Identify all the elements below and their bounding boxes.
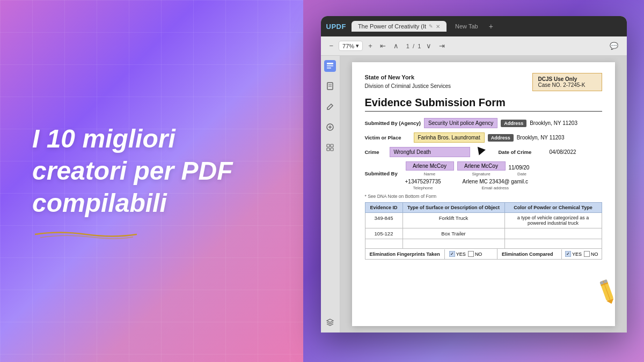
tab-inactive[interactable]: New Tab [449, 21, 485, 32]
agency-address-value: Brooklyn, NY 11203 [530, 120, 577, 126]
table-header-color: Color of Powder or Chemical Type [504, 203, 602, 213]
pdf-area[interactable]: State of New York Division of Criminal J… [340, 56, 627, 333]
dna-note: * See DNA Note on Bottom of Form [365, 194, 602, 199]
tab-edit-icon[interactable]: ✎ [429, 24, 433, 29]
zoom-dropdown-icon: ▾ [356, 42, 359, 49]
telephone-caption: Telephone [413, 186, 433, 190]
sidebar-icon-edit[interactable] [324, 101, 336, 113]
fp-compared-yes-checkbox[interactable]: ✓ YES [565, 251, 582, 257]
tab-close-icon[interactable]: ✕ [436, 24, 440, 29]
app-window: UPDF The Power of Creativity (It ✎ ✕ New… [321, 16, 627, 333]
fp-compared-yes-icon: ✓ [565, 251, 571, 257]
pencil-icon [589, 274, 624, 308]
svg-rect-10 [331, 144, 333, 147]
table-row: 349-845 Forklift Truck a type of vehicle… [365, 213, 602, 228]
evidence-id-1: 349-845 [365, 213, 402, 228]
fp-compared-label: Elimination Compared [497, 249, 562, 259]
submitter-date-block: 11/09/20 Date [509, 165, 536, 176]
fp-options: ✓ YES NO [445, 249, 497, 259]
table-header-id: Evidence ID [365, 203, 402, 213]
hero-line3: compilabili [32, 189, 167, 217]
hero-line1: I 10 migliori [32, 124, 175, 153]
svg-rect-9 [327, 144, 330, 147]
submitter-sig-block: Arlene McCoy Signature [457, 161, 506, 176]
page-total: 1 [418, 43, 421, 49]
table-row: 105-122 Box Trailer [365, 228, 602, 239]
state-name: State of New York [365, 73, 451, 82]
form-title: Evidence Submission Form [365, 97, 602, 112]
table-header-description: Type of Surface or Description of Object [402, 203, 504, 213]
date-of-crime-value: 04/08/2022 [550, 149, 576, 155]
sidebar-icon-thumbnail[interactable] [324, 142, 336, 153]
submitter-name-value[interactable]: Arlene McCoy [406, 161, 454, 171]
agency-row: Submitted By (Agency) Security Unit poli… [365, 118, 602, 128]
submitter-name-block: Arlene McCoy Name [406, 161, 454, 176]
fp-no-checkbox[interactable]: NO [468, 251, 482, 257]
fp-compared-no-label: NO [591, 252, 598, 257]
victim-value[interactable]: Farinha Bros. Laundromat [414, 132, 485, 143]
crime-label: Crime [365, 149, 386, 155]
tab-active[interactable]: The Power of Creativity (It ✎ ✕ [352, 21, 447, 32]
evidence-color-2 [504, 228, 602, 239]
title-bar: UPDF The Power of Creativity (It ✎ ✕ New… [321, 16, 627, 36]
evidence-table: Evidence ID Type of Surface or Descripti… [365, 202, 602, 249]
right-panel: UPDF The Power of Creativity (It ✎ ✕ New… [303, 0, 644, 362]
email-value: Arlene MC 23434@ gamil.c [463, 179, 528, 184]
zoom-value: 77% [342, 43, 354, 49]
agency-label: Submitted By (Agency) [365, 120, 421, 126]
sidebar-icon-page[interactable] [324, 80, 336, 92]
submitter-date-value: 11/09/20 [509, 165, 536, 171]
evidence-desc-2: Box Trailer [402, 228, 504, 239]
address-label-2: Address [488, 134, 514, 142]
fp-compared-yes-label: YES [572, 252, 582, 257]
tab-add-button[interactable]: + [489, 22, 493, 31]
zoom-in-button[interactable]: + [366, 41, 375, 51]
svg-rect-11 [327, 148, 330, 151]
updf-logo: UPDF [326, 23, 346, 31]
evidence-id-2: 105-122 [365, 228, 402, 239]
fp-yes-checkbox[interactable]: ✓ YES [449, 251, 466, 257]
crime-value[interactable]: Wrongful Death [390, 147, 470, 157]
submitted-by-label: Submitted By [365, 171, 402, 176]
hero-line2: creatori per PDF [32, 157, 232, 185]
submitted-by-row: Submitted By Arlene McCoy Name Arlene Mc… [365, 161, 602, 176]
page-current: 1 [406, 43, 409, 49]
date-of-crime-label: Date of Crime [499, 149, 544, 155]
case-number: Case NO. 2-7245-K [538, 82, 596, 88]
sidebar-icon-layers[interactable] [324, 316, 336, 328]
nav-first-button[interactable]: ⇤ [378, 41, 388, 51]
sidebar-icon-forms[interactable] [324, 60, 336, 72]
telephone-block: +13475297735 Telephone [405, 179, 441, 190]
svg-rect-2 [327, 68, 331, 69]
form-header: State of New York Division of Criminal J… [365, 73, 602, 91]
comment-button[interactable]: 💬 [608, 41, 620, 51]
agency-value[interactable]: Security Unit police Agency [424, 118, 497, 128]
submitter-sig-value[interactable]: Arlene McCoy [457, 161, 506, 171]
evidence-color-1: a type of vehicle categorized as a power… [504, 213, 602, 228]
fp-yes-checked-icon: ✓ [449, 251, 455, 257]
address-label-1: Address [501, 120, 526, 127]
nav-last-button[interactable]: ⇥ [437, 41, 447, 51]
dcjs-box: DCJS Use Only Case NO. 2-7245-K [532, 73, 602, 91]
cursor-arrow-icon [475, 146, 486, 157]
fp-compared-no-checkbox[interactable]: NO [584, 251, 598, 257]
nav-prev-button[interactable]: ∧ [391, 41, 401, 51]
state-info: State of New York Division of Criminal J… [365, 73, 451, 90]
hero-text: I 10 migliori creatori per PDF compilabi… [32, 123, 232, 219]
pdf-document: State of New York Division of Criminal J… [352, 62, 615, 326]
nav-next-button[interactable]: ∨ [424, 41, 434, 51]
zoom-out-button[interactable]: − [327, 41, 336, 51]
victim-address-value: Brooklyn, NY 11203 [517, 135, 565, 141]
zoom-display[interactable]: 77% ▾ [339, 41, 363, 51]
left-panel: I 10 migliori creatori per PDF compilabi… [0, 0, 303, 362]
sidebar-icon-add[interactable] [324, 121, 336, 133]
fp-no-label: NO [475, 252, 482, 257]
fp-compared-options: ✓ YES NO [562, 249, 602, 259]
tab-active-label: The Power of Creativity (It [358, 23, 426, 29]
fp-no-unchecked-icon [468, 251, 474, 257]
svg-rect-12 [331, 148, 333, 151]
fp-yes-label: YES [456, 252, 466, 257]
page-display: 1 / 1 [406, 43, 421, 49]
division-name: Division of Criminal Justice Services [365, 82, 451, 90]
victim-row: Victim or Place Farinha Bros. Laundromat… [365, 132, 602, 143]
